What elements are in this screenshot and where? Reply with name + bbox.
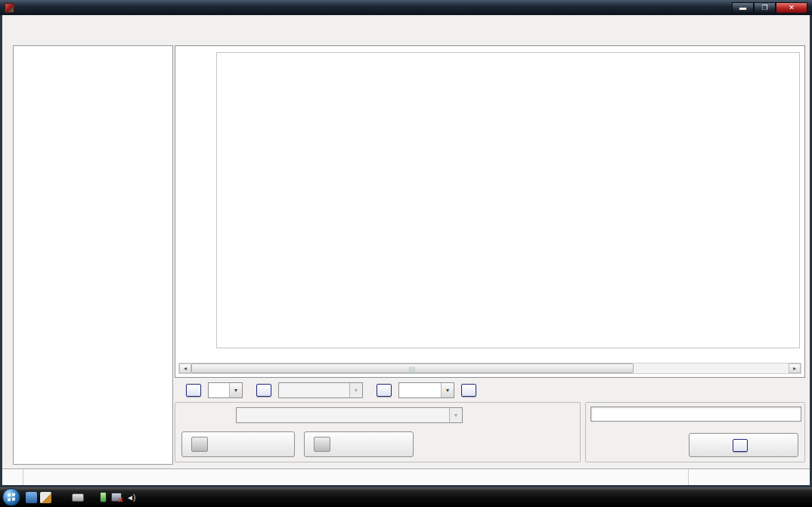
title-bar: ▬ ❐ ✕ [0, 0, 812, 15]
indicator-select: ▼ [278, 382, 363, 398]
recording-group [585, 402, 805, 462]
plot-area [216, 52, 800, 348]
graphs-key-button[interactable] [186, 384, 201, 397]
chart-scrollbar[interactable]: ◂ ||| ▸ [178, 363, 801, 374]
quick-launch-icon-1[interactable] [26, 492, 37, 503]
battery-icon[interactable] [100, 492, 107, 502]
app-window: ▬ ❐ ✕ ◂ ||| ▸ ▼ [0, 0, 812, 487]
minimize-button[interactable]: ▬ [732, 2, 754, 14]
vehicle-info [23, 469, 689, 485]
y-axis [175, 52, 215, 348]
chart-controls: ▼ ▼ ▼ [179, 381, 483, 399]
import-button[interactable] [304, 431, 414, 457]
export-key-badge [191, 437, 208, 452]
dropdown-arrow-icon: ▼ [449, 408, 462, 422]
import-key-badge [314, 437, 330, 452]
quick-launch [23, 492, 57, 503]
file-select: ▼ [236, 407, 463, 423]
parameters-panel [13, 45, 173, 465]
scroll-thumb[interactable]: ||| [191, 363, 634, 373]
chart-panel: ◂ ||| ▸ [175, 45, 805, 378]
start-button[interactable] [2, 488, 20, 506]
status-icon [2, 469, 23, 485]
graphs-select[interactable]: ▼ [208, 382, 243, 398]
quick-launch-icon-2[interactable] [40, 492, 51, 503]
stop-key-badge [733, 439, 748, 452]
taskbar: ◄) [0, 487, 812, 507]
tags-key-button[interactable] [461, 384, 476, 397]
chart-canvas [216, 52, 800, 348]
scroll-right-arrow-icon[interactable]: ▸ [789, 363, 801, 373]
dropdown-arrow-icon: ▼ [441, 383, 454, 397]
windows-flag-icon [8, 493, 15, 501]
progress-bar [590, 407, 801, 422]
dropdown-arrow-icon: ▼ [229, 383, 242, 397]
keyboard-icon[interactable] [72, 493, 84, 502]
export-button[interactable] [181, 431, 295, 457]
app-icon [5, 3, 14, 13]
stop-button[interactable] [689, 433, 798, 457]
dropdown-arrow-icon: ▼ [349, 383, 362, 397]
indicator-key-button[interactable] [256, 384, 271, 397]
scroll-track[interactable]: ||| [191, 363, 789, 373]
volume-icon[interactable]: ◄) [126, 493, 135, 502]
status-bar [2, 468, 810, 485]
file-group: ▼ [175, 402, 581, 462]
scroll-grip-icon: ||| [409, 366, 415, 371]
scroll-left-arrow-icon[interactable]: ◂ [179, 363, 191, 373]
restore-button[interactable]: ❐ [754, 2, 776, 14]
network-icon[interactable] [111, 493, 122, 502]
x-axis [175, 350, 804, 360]
scale-select[interactable]: ▼ [398, 382, 454, 398]
scale-key-button[interactable] [377, 384, 392, 397]
close-button[interactable]: ✕ [776, 2, 807, 14]
